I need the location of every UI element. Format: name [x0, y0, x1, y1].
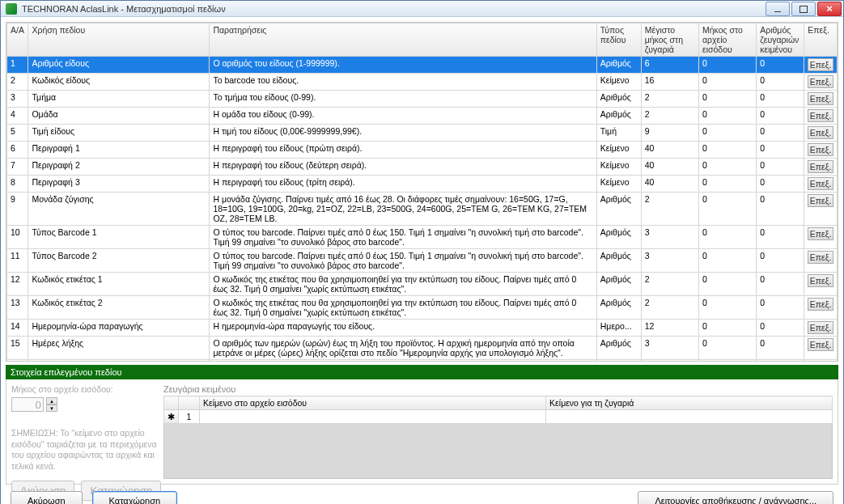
- table-row[interactable]: 12Κωδικός ετικέτας 1Ο κωδικός της ετικέτ…: [7, 273, 838, 296]
- fields-table: Α/Α Χρήση πεδίου Παρατηρήσεις Τύπος πεδί…: [6, 23, 838, 362]
- table-row[interactable]: 14Ημερομηνία-ώρα παραγωγήςΗ ημερομηνία-ώ…: [7, 320, 838, 337]
- edit-row-button[interactable]: Επεξ.: [808, 126, 833, 139]
- edit-row-button[interactable]: Επεξ.: [808, 251, 833, 264]
- main-cancel-button[interactable]: Ακύρωση: [11, 491, 83, 504]
- table-row[interactable]: 7Περιγραφή 2Η περιγραφή του είδους (δεύτ…: [7, 159, 838, 176]
- edit-row-button[interactable]: Επεξ.: [808, 92, 833, 105]
- edit-row-button[interactable]: Επεξ.: [808, 274, 833, 287]
- table-row[interactable]: 4ΟμάδαΗ ομάδα του είδους (0-99).Αριθμός2…: [7, 108, 838, 125]
- pairs-empty-area: [163, 424, 833, 479]
- bottom-bar: Ακύρωση Καταχώρηση Λειτουργίες αποθήκευσ…: [6, 488, 838, 504]
- col-type[interactable]: Τύπος πεδίου: [596, 23, 641, 57]
- col-max[interactable]: Μέγιστο μήκος στη ζυγαριά: [641, 23, 698, 57]
- col-pairs[interactable]: Αριθμός ζευγαριών κειμένου: [757, 23, 804, 57]
- edit-row-button[interactable]: Επεξ.: [808, 194, 833, 207]
- main-save-button[interactable]: Καταχώρηση: [92, 491, 177, 504]
- table-row[interactable]: 15Ημέρες λήξηςΟ αριθμός των ημερών (ωρών…: [7, 337, 838, 360]
- table-row[interactable]: 10Τύπος Barcode 1Ο τύπος του barcode. Πα…: [7, 226, 838, 249]
- input-length-field[interactable]: [11, 397, 44, 412]
- edit-row-button[interactable]: Επεξ.: [808, 109, 833, 122]
- col-notes[interactable]: Παρατηρήσεις: [210, 23, 596, 57]
- input-length-note: ΣΗΜΕΙΩΣΗ: Το "κείμενο στο αρχείο εισόδου…: [11, 428, 157, 472]
- table-row[interactable]: 6Περιγραφή 1Η περιγραφή του είδους (πρώτ…: [7, 142, 838, 159]
- table-row[interactable]: 3ΤμήμαΤο τμήμα του είδους (0-99).Αριθμός…: [7, 91, 838, 108]
- selected-field-section-header: Στοιχεία επιλεγμένου πεδίου: [6, 365, 838, 379]
- col-aa[interactable]: Α/Α: [7, 23, 28, 57]
- app-window: TECHNORAN AclasLink - Μετασχηματισμοί πε…: [0, 0, 844, 504]
- window-title: TECHNORAN AclasLink - Μετασχηματισμοί πε…: [22, 4, 226, 14]
- table-row[interactable]: 1Αριθμός είδουςΟ αριθμός του είδους (1-9…: [7, 57, 838, 74]
- edit-row-button[interactable]: Επεξ.: [808, 58, 833, 71]
- edit-row-button[interactable]: Επεξ.: [808, 143, 833, 156]
- table-row[interactable]: 2Κωδικός είδουςΤο barcode του είδους.Κεί…: [7, 74, 838, 91]
- spinner-down-button[interactable]: ▼: [46, 404, 57, 412]
- pairs-row-index: 1: [179, 410, 200, 424]
- edit-row-button[interactable]: Επεξ.: [808, 338, 833, 351]
- table-row[interactable]: 8Περιγραφή 3Η περιγραφή του είδους (τρίτ…: [7, 176, 838, 193]
- table-row[interactable]: 5Τιμή είδουςΗ τιμή του είδους (0,00€-999…: [7, 125, 838, 142]
- table-row[interactable]: 16Ημέρες καταλληλότηταςΟ αριθμός των ημε…: [7, 360, 838, 362]
- pairs-group-label: Ζευγάρια κειμένου: [163, 384, 833, 394]
- col-edit[interactable]: Επεξ.: [804, 23, 838, 57]
- edit-row-button[interactable]: Επεξ.: [808, 160, 833, 173]
- selected-field-details: Μήκος στο αρχείο εισόδου: ▲ ▼ ΣΗΜΕΙΩΣΗ: …: [6, 379, 838, 485]
- col-use[interactable]: Χρήση πεδίου: [28, 23, 210, 57]
- edit-row-button[interactable]: Επεξ.: [808, 227, 833, 240]
- storage-operations-button[interactable]: Λειτουργίες αποθήκευσης / ανάγνωσης...: [638, 491, 833, 504]
- pairs-new-row[interactable]: ✱ 1: [164, 410, 833, 424]
- edit-row-button[interactable]: Επεξ.: [808, 75, 833, 88]
- pairs-col-input[interactable]: Κείμενο στο αρχείο εισόδου: [200, 396, 546, 410]
- pairs-col-scale[interactable]: Κείμενο για τη ζυγαριά: [546, 396, 833, 410]
- titlebar: TECHNORAN AclasLink - Μετασχηματισμοί πε…: [1, 1, 843, 17]
- edit-row-button[interactable]: Επεξ.: [808, 298, 833, 311]
- table-row[interactable]: 9Μονάδα ζύγισηςΗ μονάδα ζύγισης. Παίρνει…: [7, 193, 838, 226]
- close-button[interactable]: [817, 2, 842, 16]
- new-row-indicator-icon: ✱: [164, 410, 179, 424]
- col-file[interactable]: Μήκος στο αρχείο εισόδου: [698, 23, 756, 57]
- edit-row-button[interactable]: Επεξ.: [808, 177, 833, 190]
- app-icon: [6, 3, 17, 15]
- edit-row-button[interactable]: Επεξ.: [808, 321, 833, 334]
- minimize-button[interactable]: [766, 2, 790, 16]
- pairs-table: Κείμενο στο αρχείο εισόδου Κείμενο για τ…: [163, 396, 833, 424]
- fields-table-container[interactable]: Α/Α Χρήση πεδίου Παρατηρήσεις Τύπος πεδί…: [6, 22, 838, 362]
- pairs-scale-cell[interactable]: [546, 410, 833, 424]
- spinner-up-button[interactable]: ▲: [46, 397, 57, 404]
- maximize-button[interactable]: [791, 2, 816, 16]
- table-row[interactable]: 13Κωδικός ετικέτας 2Ο κωδικός της ετικέτ…: [7, 296, 838, 320]
- pairs-input-cell[interactable]: [200, 410, 546, 424]
- input-length-label: Μήκος στο αρχείο εισόδου:: [11, 384, 157, 394]
- table-row[interactable]: 11Τύπος Barcode 2Ο τύπος του barcode. Πα…: [7, 249, 838, 273]
